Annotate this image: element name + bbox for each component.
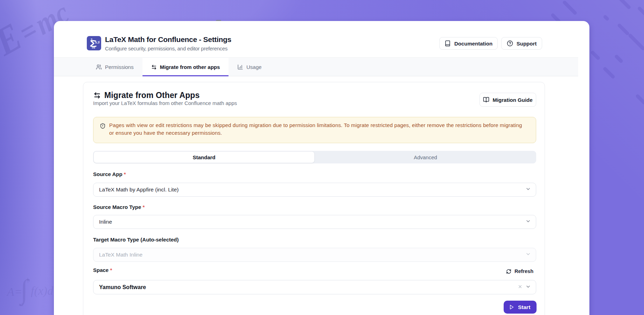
svg-text:i=0: i=0 [92,47,96,49]
svg-text:x,y: x,y [94,40,100,44]
svg-text:2: 2 [91,38,92,41]
